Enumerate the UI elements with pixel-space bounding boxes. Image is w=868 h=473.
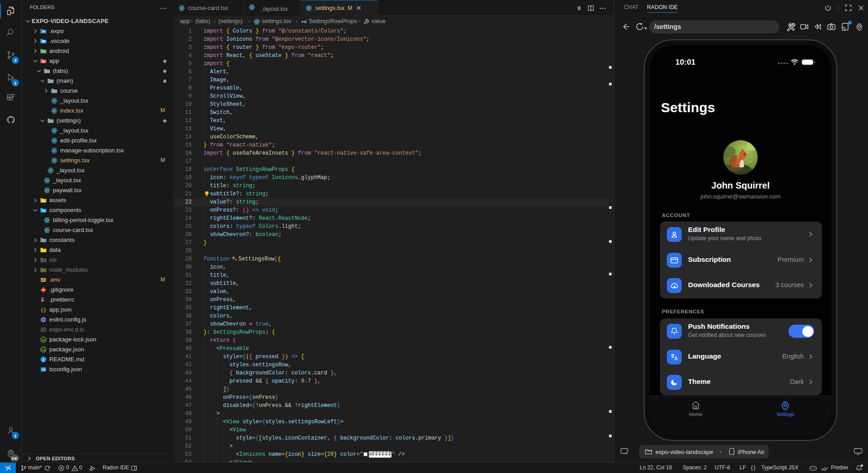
svg-text:JS: JS (42, 339, 45, 341)
svg-text:{}: {} (40, 307, 46, 313)
svg-text:TS: TS (42, 368, 46, 371)
svg-text:TS: TS (42, 328, 46, 331)
svg-text:iOS: iOS (42, 260, 45, 262)
svg-text:JS: JS (42, 349, 45, 351)
